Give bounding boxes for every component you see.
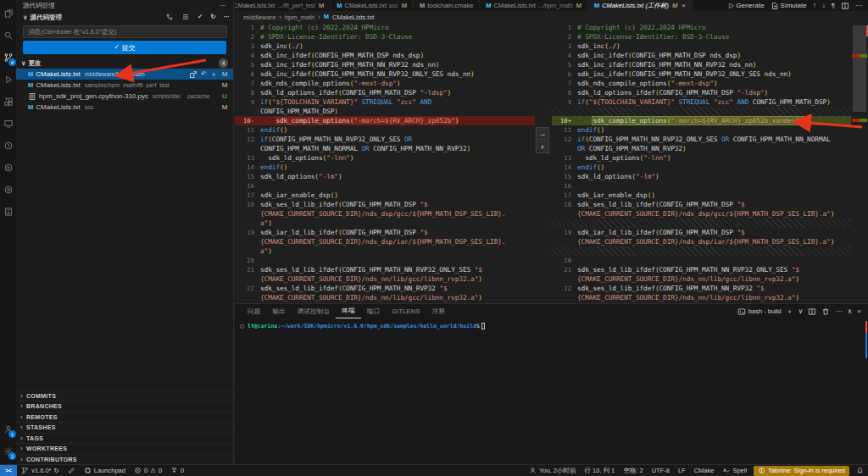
editor-action-generate[interactable]: ▷Generate: [729, 2, 765, 9]
code-line[interactable]: {CMAKE_CURRENT_SOURCE_DIR}/nds_nn/lib/gc…: [552, 274, 868, 284]
activity-item-remote-explorer[interactable]: [0, 114, 16, 133]
panel-tab[interactable]: GITLENS: [386, 304, 426, 318]
status-language-mode[interactable]: CMake: [690, 465, 719, 476]
code-line[interactable]: 6 sdk_inc_ifdef(CONFIG_HPM_MATH_NN_RVP32…: [235, 69, 535, 79]
editor-tab[interactable]: M CMakeLists.txt soc M: [331, 0, 414, 11]
editor-action-arrow-up[interactable]: ↑: [813, 3, 816, 9]
code-line[interactable]: 18 sdk_ses_ld_lib_ifdef(CONFIG_HPM_MATH_…: [235, 200, 535, 209]
editor-action-ellipsis[interactable]: ⋯: [855, 3, 862, 9]
code-line[interactable]: 3 sdk_inc(./): [235, 42, 535, 51]
code-line[interactable]: 11 endif(): [552, 125, 868, 135]
close-icon[interactable]: ×: [682, 2, 685, 9]
trash-icon[interactable]: [821, 307, 830, 316]
revert-change-button[interactable]: →: [536, 127, 549, 140]
code-line[interactable]: 19 sdk_iar_ld_lib_ifdef(CONFIG_HPM_MATH_…: [235, 228, 535, 237]
changed-file-row[interactable]: hpm_sdk_proj_gen.cpython-310.pyc scripts…: [16, 91, 233, 102]
status-cursor-position[interactable]: 行 10, 列 1: [580, 465, 619, 476]
breadcrumb-file[interactable]: CMakeLists.txt: [332, 14, 374, 21]
diff-original-pane[interactable]: 1 # Copyright (c) 2022,2024 HPMicro 2 # …: [235, 23, 535, 303]
code-line[interactable]: 17 sdk_iar_enable_dsp(): [235, 191, 535, 200]
code-line[interactable]: {CMAKE_CURRENT_SOURCE_DIR}/nds_nn/lib/gc…: [235, 274, 535, 284]
sidebar-section-worktrees[interactable]: ›WORKTREES: [16, 443, 233, 454]
breadcrumb[interactable]: middleware›hpm_math›MCMakeLists.txt: [235, 11, 868, 23]
terminal-instance-label[interactable]: bash - build: [737, 307, 782, 316]
activity-item-run-debug[interactable]: [0, 70, 16, 89]
editor-action-split-editor[interactable]: [841, 2, 849, 10]
stage-plus-icon[interactable]: ＋: [210, 70, 217, 79]
panel-tab[interactable]: 注释: [426, 304, 451, 318]
editor-tab[interactable]: M CMakeLists.txt .../fft_perf_test M: [235, 0, 331, 11]
code-line[interactable]: 15 sdk_ld_options("-lm"): [552, 172, 868, 181]
goto-file-icon[interactable]: [189, 70, 198, 79]
changed-file-row[interactable]: M CMakeLists.txt soc M: [16, 102, 233, 113]
status-gitlens-toggle[interactable]: [64, 465, 80, 476]
changes-section-header[interactable]: ∨ 更改 4: [16, 58, 233, 69]
code-line[interactable]: [552, 219, 868, 228]
status-tabnine[interactable]: Tabnine: Sign-in is required: [754, 466, 849, 476]
code-line[interactable]: a"): [235, 219, 535, 228]
status-branch-status[interactable]: v1.6.0*↻: [17, 465, 64, 476]
more-actions-icon[interactable]: ⋯: [220, 3, 227, 9]
chevron-down-icon[interactable]: ∨: [798, 308, 804, 315]
status-eol[interactable]: LF: [674, 465, 690, 476]
breadcrumb-item[interactable]: hpm_math: [285, 14, 314, 21]
activity-item-history-clock[interactable]: [0, 136, 16, 155]
activity-item-test-runner[interactable]: [0, 158, 16, 177]
discard-icon[interactable]: ↶: [201, 70, 207, 79]
list-flat-icon[interactable]: [181, 13, 190, 21]
code-line[interactable]: 3 sdk_inc(./): [552, 42, 868, 51]
status-launchpad[interactable]: Launchpad: [80, 465, 130, 476]
editor-tab[interactable]: M CMakeLists.txt (工作树) M ×: [588, 0, 693, 11]
status-problems[interactable]: 0⚠0: [130, 465, 166, 476]
sidebar-section-remotes[interactable]: ›REMOTES: [16, 412, 233, 423]
code-line[interactable]: 9 if("${TOOLCHAIN_VARIANT}" STREQUAL "zc…: [552, 97, 868, 107]
terminal[interactable]: lt@carina:~/work/SDK/hpmicro/v1.6.0/hpm_…: [235, 318, 868, 329]
code-line[interactable]: 14 endif(): [235, 163, 535, 172]
activity-item-search[interactable]: [0, 26, 16, 45]
status-notifications[interactable]: [852, 465, 868, 476]
editor-action-pilcrow[interactable]: ¶: [832, 3, 835, 9]
code-line[interactable]: 4 sdk_inc_ifdef(CONFIG_HPM_MATH_DSP nds_…: [235, 51, 535, 60]
code-line[interactable]: {CMAKE_CURRENT_SOURCE_DIR}/nds_dsp/iar/$…: [235, 237, 535, 246]
code-line[interactable]: 15 sdk_ld_options("-lm"): [235, 172, 535, 181]
activity-item-account[interactable]: 1: [0, 420, 16, 439]
code-line[interactable]: 13 sdk_ld_options("-lnn"): [552, 153, 868, 163]
editor-action-simulate[interactable]: Simulate: [771, 2, 807, 10]
panel-tab[interactable]: 终端: [336, 304, 360, 318]
code-line[interactable]: 7 sdk_nds_compile_options("-mext-dsp"): [552, 79, 868, 88]
code-line[interactable]: 21 sdk_ses_ld_lib_ifdef(CONFIG_HPM_MATH_…: [552, 265, 868, 274]
diff-modified-pane[interactable]: 1 # Copyright (c) 2022,2024 HPMicro 2 # …: [552, 23, 868, 303]
sidebar-section-branches[interactable]: ›BRANCHES: [16, 401, 233, 412]
commit-message-input[interactable]: [23, 25, 227, 38]
diff-sash[interactable]: [535, 23, 552, 303]
code-line[interactable]: 12 if(CONFIG_HPM_MATH_NN_RVP32_ONLY_SES …: [235, 135, 535, 144]
activity-item-project-manager[interactable]: [0, 202, 16, 221]
code-line[interactable]: {CMAKE_CURRENT_SOURCE_DIR}/nds_dsp/gcc/$…: [552, 209, 868, 219]
status-indentation[interactable]: 空格: 2: [619, 465, 647, 476]
code-line[interactable]: 16: [552, 181, 868, 191]
panel-tab[interactable]: 问题: [242, 304, 266, 318]
code-line[interactable]: 8 sdk_ld_options_ifdef(CONFIG_HPM_MATH_D…: [552, 88, 868, 97]
chevron-up-icon[interactable]: ∧: [847, 308, 852, 315]
scrollbar-thumb[interactable]: [853, 25, 866, 112]
activity-item-files[interactable]: [0, 4, 16, 23]
activity-item-settings-gear[interactable]: 1: [0, 442, 16, 461]
status-remote-indicator[interactable]: ><: [0, 465, 17, 476]
activity-item-source-control[interactable]: 4: [0, 48, 16, 67]
code-line[interactable]: 21 sdk_ses_ld_lib_ifdef(CONFIG_HPM_MATH_…: [235, 265, 535, 274]
code-line[interactable]: 22 sdk_ses_ld_lib_ifdef(CONFIG_HPM_MATH_…: [235, 284, 535, 293]
code-line[interactable]: {CMAKE_CURRENT_SOURCE_DIR}/nds_dsp/iar/$…: [552, 237, 868, 246]
code-line[interactable]: 2 # SPDX-License-Identifier: BSD-3-Claus…: [235, 32, 535, 42]
editor-action-arrow-down[interactable]: ↓: [822, 3, 826, 9]
status-gitlens-blame[interactable]: You, 2小时前: [525, 465, 581, 476]
code-line[interactable]: {CMAKE_CURRENT_SOURCE_DIR}/nds_nn/lib/gc…: [552, 293, 868, 302]
check-icon[interactable]: ✓: [198, 14, 203, 20]
code-line[interactable]: CONFIG_HPM_MATH_DSP): [235, 107, 535, 116]
code-line[interactable]: a"): [235, 246, 535, 256]
status-ports[interactable]: 0: [166, 465, 188, 476]
code-line[interactable]: 2 # SPDX-License-Identifier: BSD-3-Claus…: [552, 32, 868, 42]
code-line[interactable]: 4 sdk_inc_ifdef(CONFIG_HPM_MATH_DSP nds_…: [552, 51, 868, 60]
code-line[interactable]: 20: [552, 256, 868, 265]
status-encoding[interactable]: UTF-8: [648, 465, 674, 476]
commit-button[interactable]: ✓ 提交: [23, 41, 226, 54]
